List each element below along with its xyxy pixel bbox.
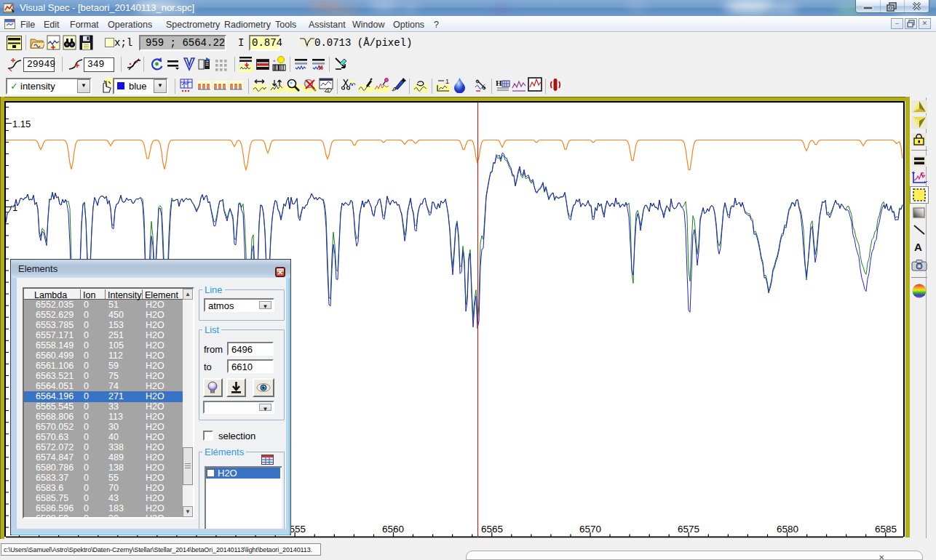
svg-text:«: « <box>273 57 276 63</box>
svg-text:H: H <box>496 79 502 87</box>
svg-text:6580: 6580 <box>777 524 798 535</box>
svg-text:6575: 6575 <box>678 524 699 535</box>
svg-text:1.15: 1.15 <box>12 119 31 129</box>
svg-text:6585: 6585 <box>875 524 897 535</box>
svg-text:6560: 6560 <box>382 524 404 535</box>
svg-text:1: 1 <box>445 78 449 85</box>
svg-text:6570: 6570 <box>579 524 601 535</box>
svg-text:6565: 6565 <box>481 524 503 535</box>
